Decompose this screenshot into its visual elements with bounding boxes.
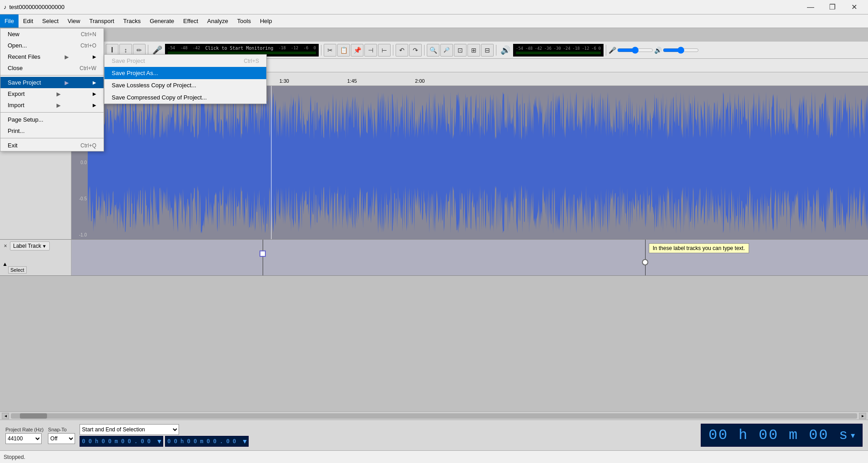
- time-input-1-dropdown[interactable]: ▼: [156, 438, 163, 445]
- save-lossless-item[interactable]: Save Lossless Copy of Project...: [104, 79, 266, 91]
- close-button[interactable]: ✕: [844, 0, 864, 14]
- status-text: Stopped.: [4, 454, 25, 460]
- label-callout[interactable]: In these label tracks you can type text.: [649, 243, 749, 253]
- hscroll-left-button[interactable]: ◂: [2, 413, 9, 419]
- menu-effect[interactable]: Effect: [179, 14, 203, 28]
- menu-analyze[interactable]: Analyze: [203, 14, 232, 28]
- menu-save-project[interactable]: Save Project ▶: [0, 77, 104, 88]
- copy-button[interactable]: 📋: [337, 44, 350, 57]
- maximize-button[interactable]: ❐: [822, 0, 843, 14]
- label-marker-1-handle[interactable]: [259, 250, 266, 257]
- menu-tools[interactable]: Tools: [233, 14, 255, 28]
- time-input-2-wrapper: ▼: [165, 436, 249, 447]
- time-input-1-wrapper: ▼: [80, 436, 163, 447]
- label-track-content[interactable]: In these label tracks you can type text.: [71, 240, 868, 275]
- label-track-collapse-button[interactable]: ▲: [2, 261, 8, 267]
- speaker-gain-slider[interactable]: [663, 47, 699, 54]
- label-track-close-button[interactable]: ×: [2, 242, 9, 250]
- menu-page-setup[interactable]: Page Setup...: [0, 114, 104, 125]
- label-marker-2-line: [645, 240, 646, 275]
- label-track-name-button[interactable]: Label Track ▼: [10, 241, 50, 250]
- titlebar-left: ♪ test00000000000000: [4, 4, 65, 10]
- label-track-top-row: × Label Track ▼: [2, 241, 69, 250]
- zoom-sel-button[interactable]: ⊞: [467, 44, 480, 57]
- divider-2: [0, 112, 104, 113]
- menu-print[interactable]: Print...: [0, 125, 104, 137]
- selection-row: Start and End of Selection: [80, 424, 249, 435]
- vu-meter-playback[interactable]: -54-48-42-36-30-24-18-12-60: [513, 44, 604, 57]
- redo-button[interactable]: ↷: [409, 44, 422, 57]
- menu-file[interactable]: File: [0, 14, 19, 28]
- cut-button[interactable]: ✂: [324, 44, 336, 57]
- edit-tools: ✂ 📋 📌 ⊣ ⊢: [324, 44, 391, 57]
- menu-import[interactable]: Import ▶: [0, 99, 104, 111]
- menu-generate[interactable]: Generate: [145, 14, 179, 28]
- statusbar: Stopped.: [0, 450, 868, 463]
- sep3: [393, 45, 393, 56]
- undo-button[interactable]: ↶: [396, 44, 408, 57]
- menu-help[interactable]: Help: [255, 14, 277, 28]
- label-marker-2: In these label tracks you can type text.: [645, 240, 646, 275]
- menubar: File Edit Select View Transport Tracks G…: [0, 14, 868, 28]
- speaker-gain-icon: 🔊: [654, 47, 662, 54]
- titlebar: ♪ test00000000000000 — ❐ ✕: [0, 0, 868, 14]
- time-input-2[interactable]: [165, 436, 249, 447]
- paste-button[interactable]: 📌: [351, 44, 363, 57]
- hscroll-thumb[interactable]: [20, 413, 47, 419]
- zoom-out-button[interactable]: 🔎: [440, 44, 453, 57]
- snap-to-select[interactable]: Off: [48, 433, 75, 444]
- label-track-header: × Label Track ▼ ▲ Select: [0, 240, 71, 275]
- file-dropdown: New Ctrl+N Open... Ctrl+O Recent Files ▶…: [0, 28, 104, 151]
- menu-recent-files[interactable]: Recent Files ▶: [0, 51, 104, 62]
- menu-exit[interactable]: Exit Ctrl+Q: [0, 140, 104, 151]
- menu-new[interactable]: New Ctrl+N: [0, 28, 104, 40]
- label-marker-2-handle[interactable]: [642, 259, 648, 265]
- project-rate-label: Project Rate (Hz): [5, 427, 43, 432]
- sep5: [496, 45, 496, 56]
- sep6: [606, 45, 606, 56]
- label-marker-1: [263, 240, 263, 275]
- project-rate-group: Project Rate (Hz) 44100: [5, 427, 43, 444]
- hscroll-track[interactable]: [11, 413, 857, 419]
- trim-left-button[interactable]: ⊣: [364, 44, 377, 57]
- zoom-proj-button[interactable]: ⊟: [481, 44, 494, 57]
- sep4: [424, 45, 425, 56]
- zoom-fit-button[interactable]: ⊡: [454, 44, 467, 57]
- speaker-icon: 🔊: [499, 45, 512, 55]
- bottom-controls: Project Rate (Hz) 44100 Snap-To Off Star…: [0, 420, 868, 450]
- mic-gain-slider[interactable]: [617, 47, 653, 54]
- menu-transport[interactable]: Transport: [85, 14, 118, 28]
- time-inputs-row: ▼ ▼: [80, 436, 249, 447]
- trim-right-button[interactable]: ⊢: [378, 44, 391, 57]
- time-input-2-dropdown[interactable]: ▼: [242, 438, 248, 445]
- hscrollbar[interactable]: ◂ ▸: [0, 411, 868, 420]
- snap-to-group: Snap-To Off: [48, 427, 75, 444]
- menu-export[interactable]: Export ▶: [0, 88, 104, 99]
- menu-open[interactable]: Open... Ctrl+O: [0, 40, 104, 51]
- menu-tracks[interactable]: Tracks: [119, 14, 146, 28]
- tracks-wrapper[interactable]: ▲ test00000000000000 ▼ Mono, 44100z 32-b…: [0, 86, 868, 411]
- selection-mode-select[interactable]: Start and End of Selection: [80, 424, 179, 435]
- zoom-in-button[interactable]: 🔍: [427, 44, 439, 57]
- sep2: [321, 45, 321, 56]
- save-project-item: Save Project Ctrl+S: [104, 55, 266, 67]
- time-display-dropdown[interactable]: ▾: [851, 430, 855, 440]
- save-compressed-item[interactable]: Save Compressed Copy of Project...: [104, 91, 266, 104]
- label-marker-1-line: [263, 240, 263, 275]
- time-input-1[interactable]: [80, 436, 163, 447]
- save-project-as-item[interactable]: Save Project As...: [104, 67, 266, 79]
- menu-select[interactable]: Select: [38, 14, 63, 28]
- menu-edit[interactable]: Edit: [19, 14, 38, 28]
- mic-icon: 🎤: [151, 45, 164, 55]
- audio-track: ▲ test00000000000000 ▼ Mono, 44100z 32-b…: [0, 86, 868, 240]
- hscroll-right-button[interactable]: ▸: [859, 413, 866, 419]
- waveform-svg: [88, 86, 868, 239]
- audio-track-content[interactable]: 1.0 0.5 0.0 -0.5 -1.0: [71, 86, 868, 239]
- menu-close[interactable]: Close Ctrl+W: [0, 62, 104, 74]
- label-track-select-button[interactable]: Select: [8, 266, 27, 274]
- sep1: [148, 45, 148, 56]
- save-project-submenu: Save Project Ctrl+S Save Project As... S…: [104, 54, 267, 104]
- project-rate-select[interactable]: 44100: [5, 433, 42, 444]
- menu-view[interactable]: View: [63, 14, 85, 28]
- minimize-button[interactable]: —: [800, 0, 821, 14]
